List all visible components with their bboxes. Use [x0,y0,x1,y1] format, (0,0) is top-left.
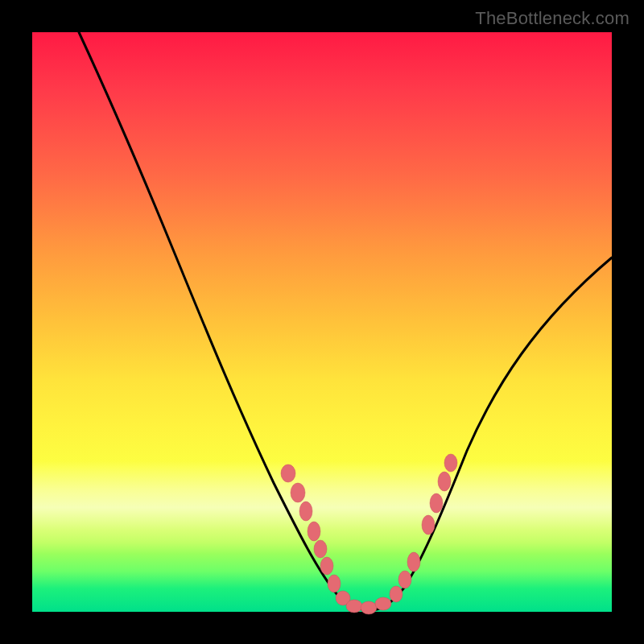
marker-dot [390,586,402,602]
marker-dot [422,515,435,535]
marker-dot [281,464,295,482]
marker-dot [398,571,411,588]
curve-path [79,32,612,610]
marker-dot [291,483,305,502]
plot-area [32,32,612,612]
marker-dot [299,502,312,521]
marker-dot [346,600,362,613]
chart-frame: TheBottleneck.com [0,0,644,644]
bottleneck-curve [32,32,612,612]
marker-dot [444,454,457,472]
marker-dot [308,522,320,541]
marker-dot [320,557,333,575]
marker-group-bottom [346,597,391,614]
marker-dot [375,597,391,610]
marker-group-right [390,454,457,602]
marker-dot [407,552,420,572]
marker-group-left [281,464,350,605]
marker-dot [361,601,377,614]
marker-dot [314,540,327,558]
marker-dot [328,575,341,592]
marker-dot [430,493,443,513]
watermark-text: TheBottleneck.com [475,8,630,29]
marker-dot [438,472,451,491]
